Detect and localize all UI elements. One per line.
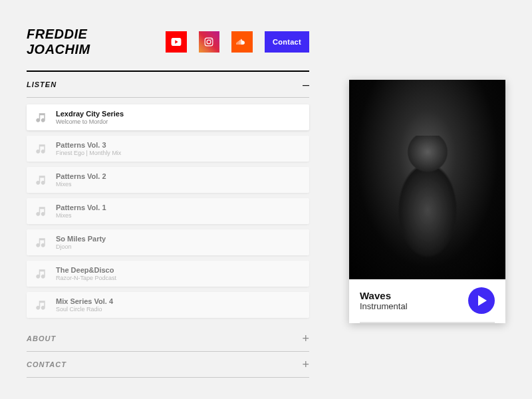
soundcloud-icon bbox=[236, 39, 248, 45]
accordion-about-title: ABOUT bbox=[27, 334, 56, 342]
svg-point-2 bbox=[211, 39, 211, 40]
track-subtitle: Razor-N-Tape Podcast bbox=[56, 275, 116, 281]
accordion-contact-title: CONTACT bbox=[27, 360, 66, 368]
track-title: The Deep&Disco bbox=[56, 266, 116, 274]
track-title: Patterns Vol. 2 bbox=[56, 172, 106, 180]
minus-icon: – bbox=[303, 78, 309, 90]
track-subtitle: Mixes bbox=[56, 212, 106, 219]
track-title: Mix Series Vol. 4 bbox=[56, 297, 113, 305]
track-subtitle: Soul Circle Radio bbox=[56, 306, 113, 313]
accordion-listen-title: LISTEN bbox=[27, 80, 57, 88]
instagram-button[interactable] bbox=[199, 31, 220, 53]
track-title: Lexdray City Series bbox=[56, 110, 124, 118]
progress-bar[interactable] bbox=[360, 322, 495, 323]
player-card: Waves Instrumental bbox=[349, 80, 505, 323]
track-item[interactable]: The Deep&DiscoRazor-N-Tape Podcast bbox=[27, 261, 309, 287]
track-subtitle: Finest Ego | Monthly Mix bbox=[56, 150, 121, 156]
page-title: FREDDIE JOACHIM bbox=[27, 27, 154, 57]
music-note-icon bbox=[35, 237, 47, 249]
track-title: So Miles Party bbox=[56, 235, 106, 243]
track-item[interactable]: Patterns Vol. 1Mixes bbox=[27, 198, 309, 224]
track-subtitle: Mixes bbox=[56, 181, 106, 188]
track-title: Patterns Vol. 3 bbox=[56, 141, 121, 149]
svg-rect-0 bbox=[205, 38, 213, 46]
music-note-icon bbox=[35, 299, 47, 311]
track-subtitle: Welcome to Mordor bbox=[56, 118, 124, 125]
play-button[interactable] bbox=[468, 287, 495, 314]
track-list: Lexdray City SeriesWelcome to Mordor Pat… bbox=[27, 98, 309, 325]
track-item[interactable]: Mix Series Vol. 4Soul Circle Radio bbox=[27, 292, 309, 318]
music-note-icon bbox=[35, 174, 47, 186]
music-note-icon bbox=[35, 143, 47, 155]
music-note-icon bbox=[35, 205, 47, 217]
contact-button[interactable]: Contact bbox=[265, 31, 309, 53]
track-item[interactable]: So Miles PartyDjoon bbox=[27, 229, 309, 255]
soundcloud-button[interactable] bbox=[231, 31, 253, 53]
youtube-button[interactable] bbox=[166, 31, 187, 53]
svg-point-1 bbox=[207, 40, 211, 44]
plus-icon: + bbox=[302, 358, 309, 370]
track-title: Patterns Vol. 1 bbox=[56, 203, 106, 211]
music-note-icon bbox=[35, 112, 47, 124]
track-item[interactable]: Patterns Vol. 2Mixes bbox=[27, 167, 309, 193]
play-icon bbox=[478, 295, 487, 306]
track-subtitle: Djoon bbox=[56, 243, 106, 250]
music-note-icon bbox=[35, 268, 47, 280]
accordion-contact-header[interactable]: CONTACT + bbox=[27, 352, 309, 377]
track-item[interactable]: Lexdray City SeriesWelcome to Mordor bbox=[27, 104, 309, 130]
plus-icon: + bbox=[302, 332, 309, 344]
track-item[interactable]: Patterns Vol. 3Finest Ego | Monthly Mix bbox=[27, 136, 309, 162]
accordion-listen-header[interactable]: LISTEN – bbox=[27, 70, 309, 98]
player-artwork bbox=[349, 80, 505, 279]
accordion-about-header[interactable]: ABOUT + bbox=[27, 326, 309, 351]
player-track-subtitle: Instrumental bbox=[360, 301, 462, 311]
youtube-icon bbox=[171, 38, 182, 46]
player-track-title: Waves bbox=[360, 290, 462, 301]
instagram-icon bbox=[204, 37, 213, 47]
